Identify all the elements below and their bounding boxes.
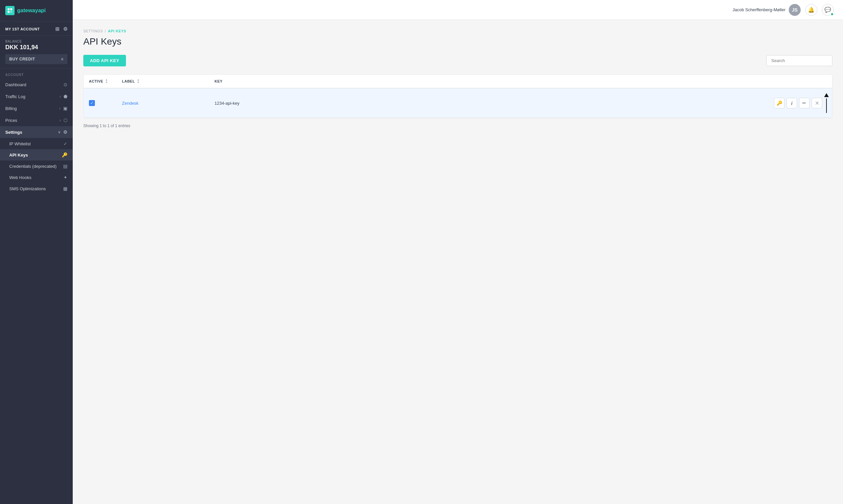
webhooks-icon: ✦ <box>64 175 67 180</box>
cell-key: 1234-api-key 🔑 i ✏ ✕ <box>209 89 832 118</box>
logo-text: gatewayapi <box>17 7 46 14</box>
avatar: JS <box>789 4 801 16</box>
buy-credit-button[interactable]: BUY CREDIT ≡ <box>5 54 67 64</box>
traffic-icon: ⬟ <box>64 94 67 99</box>
cell-label: Zendesk <box>117 88 209 118</box>
col-header-label[interactable]: LABEL ▲▼ <box>117 75 209 88</box>
col-header-key: KEY <box>209 75 832 88</box>
table-header: ACTIVE ▲▼ LABEL ▲▼ KEY <box>84 75 832 88</box>
sidebar-sub-label: API Keys <box>9 152 28 158</box>
chat-icon: 💬 <box>825 6 831 13</box>
header-user: Jacob Scherffenberg-Møller JS <box>733 4 801 16</box>
edit-button[interactable]: ✏ <box>799 98 810 108</box>
sidebar-item-api-keys[interactable]: API Keys 🔑 <box>0 149 73 161</box>
billing-icon: ▣ <box>63 106 67 111</box>
sidebar-item-web-hooks[interactable]: Web Hooks ✦ <box>0 172 73 183</box>
info-button[interactable]: i <box>787 98 797 108</box>
toolbar: ADD API KEY <box>83 55 832 66</box>
sidebar-item-billing[interactable]: Billing ‹ ▣ <box>0 102 73 114</box>
settings-icon: ⚙ <box>63 129 67 135</box>
sidebar-item-credentials[interactable]: Credentials (deprecated) ▤ <box>0 161 73 172</box>
balance-label: BALANCE <box>5 40 67 43</box>
sidebar-item-sms-optimizations[interactable]: SMS Optimizations ▦ <box>0 183 73 194</box>
credentials-icon: ▤ <box>63 163 67 169</box>
balance-section: BALANCE DKK 101,94 BUY CREDIT ≡ <box>0 36 73 68</box>
chevron-down-icon: ∨ <box>58 130 61 134</box>
online-indicator <box>830 13 834 16</box>
svg-rect-2 <box>7 11 10 13</box>
svg-rect-1 <box>10 8 12 10</box>
cell-active: ✓ <box>84 88 117 118</box>
sidebar-item-traffic-log[interactable]: Traffic Log ‹ ⬟ <box>0 90 73 102</box>
sidebar-item-label: Settings <box>5 130 22 135</box>
row-actions: 🔑 i ✏ ✕ <box>774 98 822 108</box>
sidebar-item-prices[interactable]: Prices ‹ ⬡ <box>0 114 73 126</box>
api-key-label: Zendesk <box>122 101 138 106</box>
logo-icon <box>5 6 15 15</box>
breadcrumb-current: API KEYS <box>108 29 126 33</box>
sms-icon: ▦ <box>63 186 67 191</box>
search-input[interactable] <box>766 55 832 66</box>
sidebar-sub-label: Web Hooks <box>9 175 31 180</box>
bell-icon: 🔔 <box>808 6 814 13</box>
grid-icon[interactable]: ⊞ <box>55 26 60 32</box>
delete-button[interactable]: ✕ <box>812 98 822 108</box>
breadcrumb-parent: SETTINGS <box>83 29 103 33</box>
col-header-active[interactable]: ACTIVE ▲▼ <box>84 75 117 88</box>
table-row: ✓ Zendesk 1234-api-key 🔑 i <box>84 88 832 118</box>
active-checkbox[interactable]: ✓ <box>89 100 95 106</box>
sort-arrows-active: ▲▼ <box>105 78 108 84</box>
sidebar-sub-label: SMS Optimizations <box>9 186 46 191</box>
sidebar-sub-label: Credentials (deprecated) <box>9 164 56 169</box>
entries-count: Showing 1 to 1 of 1 entries <box>83 124 832 128</box>
add-api-key-button[interactable]: ADD API KEY <box>83 55 126 66</box>
username-label: Jacob Scherffenberg-Møller <box>733 7 786 12</box>
account-icons: ⊞ ⚙ <box>55 26 67 32</box>
key-button[interactable]: 🔑 <box>774 98 785 108</box>
main-content: Jacob Scherffenberg-Møller JS 🔔 💬 SETTIN… <box>73 0 843 504</box>
account-section: MY 1ST ACCOUNT ⊞ ⚙ <box>0 21 73 36</box>
chevron-icon: ‹ <box>59 94 61 98</box>
page-title: API Keys <box>83 36 832 47</box>
sidebar-item-label: Traffic Log <box>5 94 25 99</box>
sidebar-item-ip-whitelist[interactable]: IP Whitelist ✓ <box>0 138 73 149</box>
svg-rect-3 <box>10 11 12 13</box>
sidebar-item-settings[interactable]: Settings ∨ ⚙ <box>0 126 73 138</box>
svg-rect-0 <box>7 8 10 10</box>
api-keys-table-container: ACTIVE ▲▼ LABEL ▲▼ KEY <box>83 74 832 118</box>
menu-icon: ≡ <box>61 57 64 61</box>
table-body: ✓ Zendesk 1234-api-key 🔑 i <box>84 88 832 118</box>
nav-section-label: ACCOUNT <box>0 68 73 78</box>
content-area: SETTINGS / API KEYS API Keys ADD API KEY… <box>73 20 843 504</box>
balance-amount: DKK 101,94 <box>5 44 67 51</box>
logo-area: gatewayapi <box>0 0 73 21</box>
dashboard-icon: ⊙ <box>64 82 67 87</box>
key-icon: 🔑 <box>62 152 67 158</box>
sidebar-item-label: Billing <box>5 106 17 111</box>
prices-icon: ⬡ <box>64 118 67 123</box>
notifications-button[interactable]: 🔔 <box>805 4 817 16</box>
sidebar-sub-label: IP Whitelist <box>9 141 31 146</box>
breadcrumb: SETTINGS / API KEYS <box>83 29 832 33</box>
sidebar-item-label: Prices <box>5 118 17 123</box>
api-keys-table: ACTIVE ▲▼ LABEL ▲▼ KEY <box>84 75 832 118</box>
sidebar-item-dashboard[interactable]: Dashboard ⊙ <box>0 78 73 90</box>
header: Jacob Scherffenberg-Møller JS 🔔 💬 <box>73 0 843 20</box>
breadcrumb-separator: / <box>105 29 106 33</box>
shield-icon: ✓ <box>64 141 67 146</box>
sliders-icon[interactable]: ⚙ <box>63 26 68 32</box>
sort-arrows-label: ▲▼ <box>137 78 139 84</box>
chevron-icon: ‹ <box>59 118 61 122</box>
chevron-icon: ‹ <box>59 106 61 110</box>
api-key-value: 1234-api-key <box>214 101 239 106</box>
account-name: MY 1ST ACCOUNT ⊞ ⚙ <box>5 26 67 32</box>
sidebar: gatewayapi MY 1ST ACCOUNT ⊞ ⚙ BALANCE DK… <box>0 0 73 504</box>
sidebar-item-label: Dashboard <box>5 82 27 87</box>
chat-button[interactable]: 💬 <box>822 4 834 16</box>
